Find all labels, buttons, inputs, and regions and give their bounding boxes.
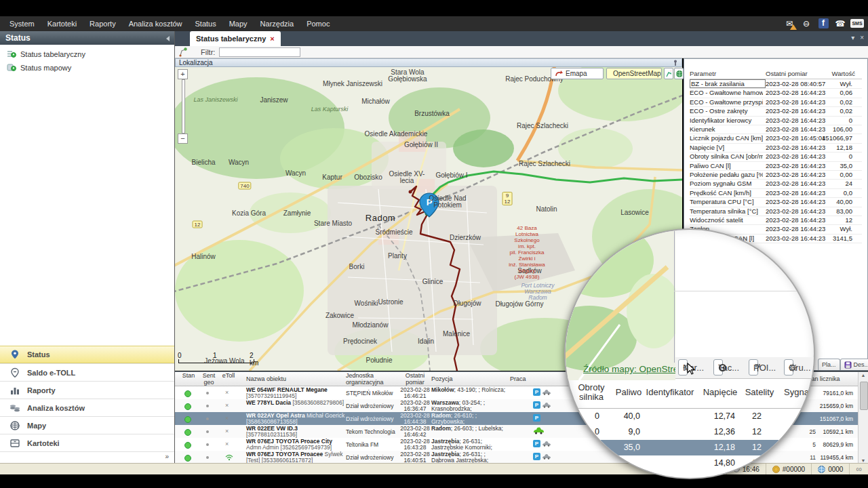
param-row[interactable]: Obroty silnika CAN [obr/min] 2023-02-28 … (690, 152, 862, 161)
last-measure-time: 2023-02-2816:44:38 (400, 413, 430, 425)
mini-tab-buttons: Pla... Des... (818, 359, 868, 370)
pushpin-icon[interactable] (672, 60, 679, 66)
emapa-button[interactable]: Emapa (551, 68, 604, 79)
do-not-disturb-icon[interactable]: ⊖ (800, 18, 813, 29)
globe-button[interactable] (674, 68, 684, 79)
svg-text:P: P (427, 197, 433, 207)
sidebar-item-raporty[interactable]: Raporty (0, 381, 174, 399)
zoom-in-button[interactable]: + (178, 69, 188, 79)
zoom-out-button[interactable]: − (178, 134, 188, 144)
sidebar-item-mapy[interactable]: Mapy (0, 416, 174, 434)
last-measure-time: 2023-02-2816:36:47 (400, 400, 430, 412)
menu-item-narz-dzia[interactable]: Narzędzia (260, 20, 294, 28)
menu-item-system[interactable]: System (9, 20, 35, 28)
lens-mini-button[interactable]: Gru... (784, 359, 793, 375)
param-row[interactable]: Napięcie [V] 2023-02-28 16:44:23 12,18 (690, 143, 862, 152)
tab-close-icon[interactable]: × (270, 35, 274, 43)
menu-item-raporty[interactable]: Raporty (90, 20, 116, 28)
param-row[interactable]: Identyfikator kierowcy 2023-02-28 16:44:… (690, 116, 862, 125)
sidebar: Status Status tabelaryczny Status mapowy… (0, 31, 175, 463)
tabstrip-close-icon[interactable]: × (860, 34, 864, 41)
expand-chevron-icon[interactable]: » (165, 453, 169, 460)
param-time: 2023-02-28 16:44:23 (766, 117, 825, 124)
param-row[interactable]: Temperatura silnika [°C] 2023-02-28 16:4… (690, 207, 862, 216)
param-value: 83,00 (836, 207, 852, 215)
vehicle-name: WR 022AY Opel Astra Michał Goerick [3586… (246, 413, 345, 425)
item-icon (7, 63, 16, 73)
globe-icon (818, 466, 825, 473)
param-name: ECO - Gwałtowne przyspieszenia (690, 98, 763, 106)
mail-warning-icon[interactable]: ✉ (783, 18, 796, 29)
parking-icon: P (533, 453, 540, 460)
car-grey-icon (542, 402, 551, 408)
lens-mini-button[interactable]: POI... (749, 359, 758, 375)
sidebar-item[interactable]: Status tabelaryczny (0, 47, 174, 61)
tab-label: Status tabelaryczny (196, 35, 266, 43)
route-flag-icon[interactable] (178, 47, 189, 57)
sidebar-item[interactable]: Status mapowy (0, 61, 174, 75)
menu-bar: SystemKartotekiRaportyAnaliza kosztówSta… (0, 16, 868, 31)
sidebar-item-label: Status tabelaryczny (20, 50, 85, 58)
sidebar-item-analiza-koszt-w[interactable]: Analiza kosztów (0, 399, 174, 416)
work-status: P (533, 401, 551, 409)
param-row[interactable]: ECO - Ostre zakręty 2023-02-28 16:44:23 … (690, 106, 862, 116)
param-row[interactable]: Temperatura CPU [°C] 2023-02-28 16:44:23… (690, 197, 862, 207)
track-button[interactable] (664, 68, 673, 79)
param-row[interactable]: BZ - brak zasilania 2023-02-28 08:40:57 … (690, 79, 862, 89)
param-row[interactable]: Paliwo CAN [l] 2023-02-28 16:44:23 35,0 (690, 161, 862, 171)
menu-item-mapy[interactable]: Mapy (229, 20, 248, 28)
param-value: 106,00 (833, 125, 852, 133)
sidebar-footer: » (0, 451, 174, 463)
last-measure-time: 2023-02-2816:46:42 (400, 426, 430, 438)
lens-mini-button[interactable]: Tac... (713, 359, 723, 375)
tablist-dropdown-icon[interactable]: ▾ (851, 34, 854, 41)
counter2-cell: 0000 (811, 464, 849, 474)
param-value: 12,18 (836, 144, 852, 151)
param-row[interactable]: Licznik pojazdu CAN [km] 2023-02-28 16:4… (690, 134, 862, 143)
mouse-cursor-icon (685, 363, 696, 376)
panel-mini-button[interactable]: Des... (840, 359, 868, 370)
menu-item-analiza-koszt-w[interactable]: Analiza kosztów (129, 20, 182, 28)
work-status: P (533, 453, 551, 460)
menu-item-status[interactable]: Status (195, 20, 216, 28)
table-scrollbar[interactable]: ▲ ▼ (858, 372, 868, 464)
param-name: Obroty silnika CAN [obr/min] (690, 152, 763, 160)
polyline-icon (666, 70, 671, 77)
param-time: 2023-02-28 16:44:23 (766, 89, 825, 96)
param-time: 2023-02-28 16:44:23 (766, 125, 825, 133)
phone-icon[interactable]: ☎ (833, 18, 847, 29)
param-value: Wył. (840, 80, 852, 87)
param-row[interactable]: ECO - Gwałtowne przyspieszenia 2023-02-2… (690, 98, 862, 107)
param-row[interactable]: ECO - Gwałtowne hamowanie 2023-02-28 16:… (690, 88, 862, 98)
sms-icon[interactable]: SMS (850, 18, 864, 29)
tab-status-tabelaryczny[interactable]: Status tabelaryczny × (190, 31, 281, 46)
odometer-value: 215659,0 km (806, 403, 853, 409)
param-time: 2023-02-28 16:44:23 (766, 198, 825, 205)
nav-item-label: Status (27, 350, 50, 359)
param-row[interactable]: Prędkość CAN [km/h] 2023-02-28 16:44:23 … (690, 188, 862, 198)
mini-button-label: POI... (753, 363, 776, 373)
scroll-down-icon: ▼ (859, 458, 868, 463)
menu-item-kartoteki[interactable]: Kartoteki (47, 20, 77, 28)
collapse-arrow-icon[interactable] (166, 36, 170, 41)
zoom-slider[interactable] (182, 79, 185, 134)
filter-input[interactable] (219, 47, 300, 57)
item-icon (7, 49, 16, 59)
menu-item-pomoc[interactable]: Pomoc (307, 20, 330, 28)
param-row[interactable]: Kierunek 2023-02-28 16:44:23 106,00 (690, 125, 862, 134)
param-value: 12 (845, 216, 852, 224)
param-name: Paliwo CAN [l] (690, 162, 763, 169)
sidebar-item-kartoteki[interactable]: Kartoteki (0, 434, 174, 451)
sidebar-item-status[interactable]: Status (0, 346, 174, 363)
panel-mini-button[interactable]: Pla... (818, 359, 840, 370)
param-row[interactable]: Położenie pedału gazu [%] 2023-02-28 16:… (690, 170, 862, 180)
openstreetmap-button[interactable]: OpenStreetMap (606, 68, 662, 79)
last-measure-time: 2023-02-2816:40:51 (400, 451, 430, 464)
param-row[interactable]: Poziom sygnału GSM 2023-02-28 16:44:23 2… (690, 179, 862, 188)
facebook-icon[interactable]: f (816, 18, 830, 29)
param-time: 2023-02-28 16:44:23 (766, 216, 825, 224)
car-green-icon (533, 427, 544, 434)
param-row[interactable]: Widoczność satelit 2023-02-28 16:44:23 1… (690, 216, 862, 225)
sidebar-item-saldo-e-toll[interactable]: Saldo e-TOLL (0, 363, 174, 381)
param-time: 2023-02-28 16:44:23 (766, 207, 825, 215)
